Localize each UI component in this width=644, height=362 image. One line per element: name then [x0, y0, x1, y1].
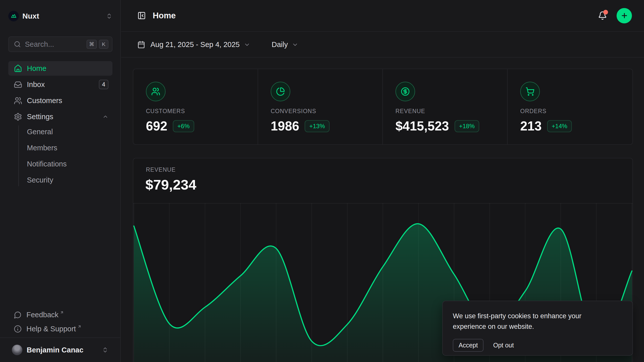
help-support-link[interactable]: Help & Support: [8, 322, 112, 336]
granularity-label: Daily: [272, 40, 288, 49]
accept-button[interactable]: Accept: [453, 339, 484, 352]
message-bubble-icon: [14, 311, 22, 319]
cookie-message: We use first-party cookies to enhance yo…: [453, 311, 616, 332]
sidebar-item-label: Settings: [27, 113, 102, 121]
external-link-icon: [77, 325, 82, 329]
stat-delta-badge: +18%: [455, 120, 479, 132]
stat-delta-badge: +13%: [305, 120, 329, 132]
sub-item-label: Members: [27, 144, 57, 152]
sidebar-collapse-icon[interactable]: [137, 11, 146, 20]
stat-card-orders[interactable]: ORDERS 213 +14%: [508, 69, 632, 144]
sidebar-item-label: Home: [27, 64, 108, 73]
stat-card-customers[interactable]: CUSTOMERS 692 +6%: [133, 69, 258, 144]
sidebar: Nuxt Search... ⌘ K: [0, 0, 121, 362]
stat-value: $415,523: [395, 119, 449, 133]
search-input[interactable]: Search... ⌘ K: [8, 36, 112, 52]
add-button[interactable]: [617, 8, 632, 23]
sidebar-item-general[interactable]: General: [8, 124, 112, 139]
chevron-up-icon: [102, 114, 108, 120]
notifications-bell-icon[interactable]: [598, 11, 607, 20]
sub-item-label: General: [27, 128, 53, 136]
users-icon: [146, 82, 166, 101]
sidebar-divider: [0, 337, 120, 338]
date-range-label: Aug 21, 2025 - Sep 4, 2025: [150, 40, 240, 49]
sidebar-item-security[interactable]: Security: [8, 173, 112, 187]
shopping-cart-icon: [520, 82, 540, 101]
revenue-label: REVENUE: [146, 166, 176, 173]
filter-toolbar: Aug 21, 2025 - Sep 4, 2025 Daily: [121, 32, 644, 58]
date-range-picker[interactable]: Aug 21, 2025 - Sep 4, 2025: [137, 40, 250, 49]
calendar-icon: [137, 41, 145, 49]
chevrons-up-down-icon: [102, 347, 108, 353]
sub-item-label: Security: [27, 176, 53, 184]
notification-dot: [603, 10, 608, 15]
granularity-select[interactable]: Daily: [272, 40, 298, 49]
opt-out-button[interactable]: Opt out: [493, 342, 514, 349]
tree-line: [18, 125, 19, 186]
dashboard-page: Nuxt Search... ⌘ K: [0, 0, 644, 362]
sidebar-item-customers[interactable]: Customers: [8, 93, 112, 108]
stat-card-revenue[interactable]: REVENUE $415,523 +18%: [383, 69, 508, 144]
sidebar-item-home[interactable]: Home: [8, 61, 112, 76]
workspace-name: Nuxt: [22, 12, 106, 20]
top-header: Home: [121, 0, 644, 32]
sub-item-label: Notifications: [27, 160, 67, 168]
stat-label: CONVERSIONS: [271, 108, 382, 115]
sidebar-item-members[interactable]: Members: [8, 141, 112, 155]
feedback-link[interactable]: Feedback: [8, 308, 112, 322]
stat-value: 213: [520, 119, 542, 133]
user-menu[interactable]: Benjamin Canac: [8, 342, 112, 358]
inbox-icon: [14, 80, 22, 89]
chevron-down-icon: [292, 41, 298, 48]
footer-link-label: Help & Support: [26, 325, 76, 333]
stat-label: ORDERS: [520, 108, 632, 115]
stat-delta-badge: +14%: [547, 120, 572, 132]
settings-subtree: General Members Notifications Security: [8, 124, 112, 189]
pie-chart-icon: [271, 82, 290, 101]
kbd-command: ⌘: [87, 40, 97, 49]
inbox-count-badge: 4: [99, 80, 108, 89]
info-circle-icon: [14, 325, 22, 333]
footer-link-label: Feedback: [26, 311, 58, 319]
cookie-banner: We use first-party cookies to enhance yo…: [442, 301, 633, 356]
sidebar-nav: Home Inbox 4 Cus: [8, 61, 112, 125]
revenue-total: $79,234: [145, 176, 196, 193]
chevron-down-icon: [244, 41, 250, 48]
stat-delta-badge: +6%: [173, 120, 194, 132]
sidebar-item-inbox[interactable]: Inbox 4: [8, 77, 112, 92]
page-title: Home: [153, 11, 598, 20]
sidebar-footer: Feedback Help & Support: [8, 308, 112, 336]
search-icon: [14, 41, 21, 48]
external-link-icon: [60, 310, 64, 314]
user-name: Benjamin Canac: [27, 346, 102, 354]
avatar: [12, 345, 22, 355]
stats-row: CUSTOMERS 692 +6% CONVERSIONS 1986 +13%: [133, 69, 633, 145]
sidebar-item-label: Customers: [27, 97, 108, 105]
sidebar-item-settings[interactable]: Settings: [8, 109, 112, 124]
home-icon: [14, 64, 22, 73]
nuxt-logo-icon: [8, 11, 19, 21]
workspace-switcher[interactable]: Nuxt: [8, 10, 112, 23]
stat-label: CUSTOMERS: [146, 108, 258, 115]
sidebar-item-label: Inbox: [27, 80, 99, 89]
dollar-circle-icon: [395, 82, 415, 101]
stat-label: REVENUE: [395, 108, 507, 115]
kbd-k: K: [99, 40, 108, 49]
stat-value: 692: [146, 119, 167, 133]
search-placeholder: Search...: [25, 40, 85, 49]
sidebar-item-notifications[interactable]: Notifications: [8, 157, 112, 171]
chevrons-up-down-icon: [106, 13, 112, 19]
users-icon: [14, 97, 22, 105]
stat-card-conversions[interactable]: CONVERSIONS 1986 +13%: [258, 69, 383, 144]
gear-icon: [14, 113, 22, 121]
stat-value: 1986: [271, 119, 299, 133]
